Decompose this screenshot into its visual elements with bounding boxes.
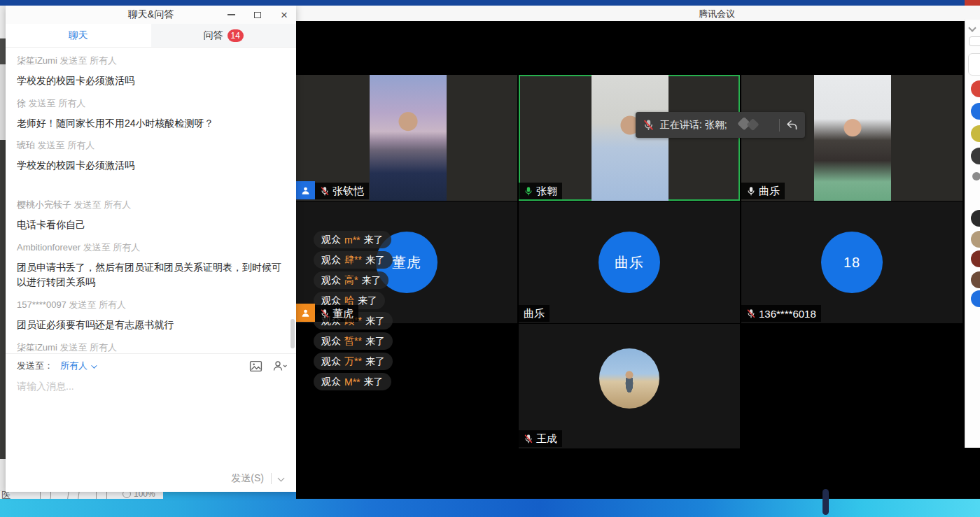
video-tile-zhangao[interactable]: 张翱 xyxy=(519,75,740,201)
panel-avatar[interactable] xyxy=(971,125,980,142)
toast-suffix: 来了 xyxy=(364,376,384,388)
meeting-title: 腾讯会议 xyxy=(699,8,735,20)
message-text: 电话卡看你自己 xyxy=(17,218,288,233)
message-input[interactable] xyxy=(6,378,296,427)
sender-name: 157****0097 xyxy=(17,299,66,310)
chat-titlebar[interactable]: 聊天&问答 × xyxy=(6,6,296,24)
speaking-banner-text: 正在讲话: 张翱; xyxy=(660,119,727,132)
participant-name: 136****6018 xyxy=(759,308,816,320)
participant-name: 曲乐 xyxy=(524,307,545,320)
toast-audience-name: M** xyxy=(344,376,360,388)
toast-suffix: 来了 xyxy=(358,295,377,307)
close-button[interactable]: × xyxy=(276,8,292,22)
panel-avatar[interactable] xyxy=(971,210,980,227)
message-text: 团员申请书丢了，然后有团员证和团员关系证明表，到时候可以进行转团关系吗 xyxy=(17,260,288,290)
toast-suffix: 来了 xyxy=(365,315,385,327)
participant-avatar: 曲乐 xyxy=(598,232,660,293)
sent-to-text: 发送至 所有人 xyxy=(26,98,85,108)
chat-message-list[interactable]: 柒笙iZumi 发送至 所有人学校发的校园卡必须激活吗徐 发送至 所有人老师好！… xyxy=(6,48,296,353)
participant-name: 曲乐 xyxy=(759,185,780,198)
audience-join-toast: 观众皙**来了 xyxy=(314,332,393,350)
speaking-indicator-banner: 正在讲话: 张翱; xyxy=(636,112,805,138)
toast-audience-name: 高* xyxy=(344,274,358,287)
sender-name: 柒笙iZumi xyxy=(17,55,57,66)
message-sender-line: 157****0097 发送至 所有人 xyxy=(17,299,288,311)
mic-muted-icon xyxy=(320,309,330,318)
toast-prefix: 观众 xyxy=(321,254,341,267)
toast-prefix: 观众 xyxy=(321,355,341,368)
mic-on-icon xyxy=(524,186,533,196)
panel-input-fragment[interactable] xyxy=(969,36,980,46)
participant-name: 董虎 xyxy=(332,307,354,320)
participant-photo-avatar xyxy=(599,348,659,409)
toast-suffix: 来了 xyxy=(361,274,381,287)
cohost-badge-icon xyxy=(296,304,315,322)
host-badge-icon xyxy=(296,181,315,199)
sent-to-text: 发送至 所有人 xyxy=(57,342,117,353)
tab-chat[interactable]: 聊天 xyxy=(6,24,151,47)
message-sender-line: 徐 发送至 所有人 xyxy=(17,97,288,110)
toast-suffix: 来了 xyxy=(364,234,384,246)
toast-prefix: 观众 xyxy=(321,234,341,246)
mic-muted-icon xyxy=(643,119,654,131)
panel-avatar[interactable] xyxy=(972,172,980,180)
toast-audience-name: 皙** xyxy=(344,335,362,348)
video-tile-wangcheng[interactable]: 王成 xyxy=(519,324,740,448)
toast-audience-name: m** xyxy=(344,234,360,246)
participant-video xyxy=(370,75,447,201)
background-window-edge xyxy=(0,38,6,64)
tab-chat-label: 聊天 xyxy=(69,29,88,42)
send-to-dropdown[interactable]: 所有人 xyxy=(60,360,95,372)
sent-to-text: 发送至 所有人 xyxy=(57,55,117,66)
maximize-button[interactable] xyxy=(250,8,265,22)
panel-avatar[interactable] xyxy=(971,103,980,120)
chat-scrollbar-thumb[interactable] xyxy=(290,319,295,348)
image-attach-icon[interactable] xyxy=(249,360,262,373)
mic-muted-icon xyxy=(746,309,756,318)
sent-to-text: 发送至 所有人 xyxy=(80,242,140,253)
toast-audience-name: 万** xyxy=(344,355,362,368)
video-tile-zhangqinkai[interactable]: 张钦恺 xyxy=(296,75,517,201)
sender-name: Ambitionforever xyxy=(17,242,80,253)
screen-top-strip xyxy=(0,0,980,6)
send-button[interactable]: 发送(S) xyxy=(224,469,271,488)
send-options-chevron-icon[interactable] xyxy=(278,474,285,481)
video-tile-136-6018[interactable]: 18 136****6018 xyxy=(741,201,962,323)
meeting-titlebar[interactable]: 腾讯会议 xyxy=(296,6,980,21)
audience-join-toast: 观众万**来了 xyxy=(314,353,393,370)
panel-avatar[interactable] xyxy=(971,290,980,307)
toast-audience-name: 肆** xyxy=(344,254,362,267)
panel-avatar[interactable] xyxy=(971,250,980,267)
tab-qa-label: 问答 xyxy=(204,29,223,42)
panel-avatar[interactable] xyxy=(971,271,980,288)
panel-avatar[interactable] xyxy=(971,148,980,164)
tab-qa[interactable]: 问答 14 xyxy=(151,24,297,47)
participant-name: 张钦恺 xyxy=(332,185,364,198)
chevron-down-icon[interactable] xyxy=(968,24,976,31)
mic-muted-icon xyxy=(320,186,330,196)
audience-join-toast: 观众M**来了 xyxy=(314,373,391,390)
panel-avatar[interactable] xyxy=(971,80,980,97)
message-sender-line: 柒笙iZumi 发送至 所有人 xyxy=(17,55,288,67)
sender-name: 樱桃小完犊子 xyxy=(17,199,71,210)
sent-to-text: 发送至 所有人 xyxy=(66,299,126,310)
toast-prefix: 观众 xyxy=(321,335,341,348)
minimize-button[interactable] xyxy=(223,8,239,22)
background-window-edge xyxy=(0,140,6,459)
video-tile-qule-2[interactable]: 曲乐 曲乐 xyxy=(519,201,740,323)
participant-video xyxy=(814,75,891,201)
divider xyxy=(779,119,780,132)
participant-video xyxy=(592,75,668,201)
panel-avatar[interactable] xyxy=(971,231,980,248)
mention-member-icon[interactable] xyxy=(272,360,288,372)
sender-name: 琥珀 xyxy=(17,140,35,150)
reply-arrow-icon[interactable] xyxy=(785,120,798,131)
chevron-down-icon xyxy=(91,362,97,368)
send-to-value: 所有人 xyxy=(60,360,88,371)
toast-suffix: 来了 xyxy=(365,335,385,348)
screen: 医 100% 聊天&问答 × 聊天 xyxy=(0,0,980,517)
scrollbar-thumb[interactable] xyxy=(822,489,829,515)
audience-join-toast: 观众高*来了 xyxy=(314,271,388,289)
video-tile-qule[interactable]: 曲乐 xyxy=(741,75,962,201)
watermark-logo-icon xyxy=(733,117,765,134)
